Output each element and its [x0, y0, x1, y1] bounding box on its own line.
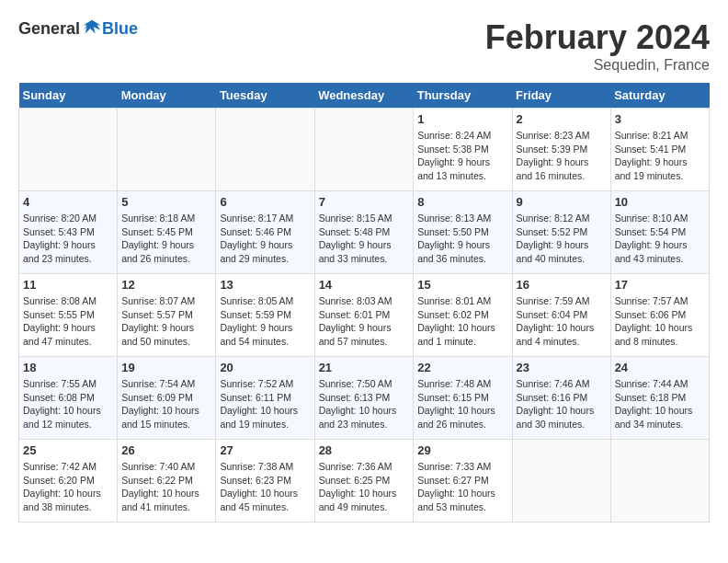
day-info: Sunrise: 8:13 AM Sunset: 5:50 PM Dayligh…: [417, 212, 507, 266]
day-info: Sunrise: 8:15 AM Sunset: 5:48 PM Dayligh…: [319, 212, 410, 266]
day-number: 10: [615, 195, 705, 209]
col-tuesday: Tuesday: [216, 83, 314, 109]
calendar-cell: 17Sunrise: 7:57 AM Sunset: 6:06 PM Dayli…: [610, 274, 709, 357]
calendar-cell: 7Sunrise: 8:15 AM Sunset: 5:48 PM Daylig…: [314, 191, 414, 274]
calendar-cell: 16Sunrise: 7:59 AM Sunset: 6:04 PM Dayli…: [512, 274, 610, 357]
day-number: 2: [517, 112, 607, 126]
calendar-cell: [216, 109, 314, 191]
logo-blue-text: Blue: [102, 19, 138, 39]
day-number: 29: [417, 443, 507, 457]
calendar-cell: 11Sunrise: 8:08 AM Sunset: 5:55 PM Dayli…: [19, 274, 118, 357]
day-info: Sunrise: 7:55 AM Sunset: 6:08 PM Dayligh…: [23, 377, 113, 431]
day-info: Sunrise: 8:24 AM Sunset: 5:38 PM Dayligh…: [417, 129, 507, 183]
day-number: 5: [121, 195, 211, 209]
calendar-cell: 20Sunrise: 7:52 AM Sunset: 6:11 PM Dayli…: [216, 357, 314, 440]
calendar-cell: 13Sunrise: 8:05 AM Sunset: 5:59 PM Dayli…: [216, 274, 314, 357]
calendar-cell: 18Sunrise: 7:55 AM Sunset: 6:08 PM Dayli…: [19, 357, 118, 440]
calendar-cell: 24Sunrise: 7:44 AM Sunset: 6:18 PM Dayli…: [610, 357, 709, 440]
day-number: 4: [23, 195, 113, 209]
calendar-cell: 10Sunrise: 8:10 AM Sunset: 5:54 PM Dayli…: [610, 191, 709, 274]
calendar-cell: 29Sunrise: 7:33 AM Sunset: 6:27 PM Dayli…: [414, 440, 512, 523]
calendar-cell: 5Sunrise: 8:18 AM Sunset: 5:45 PM Daylig…: [118, 191, 216, 274]
calendar-cell: 19Sunrise: 7:54 AM Sunset: 6:09 PM Dayli…: [118, 357, 216, 440]
col-sunday: Sunday: [19, 83, 118, 109]
day-number: 6: [220, 195, 310, 209]
day-number: 21: [319, 361, 410, 374]
day-info: Sunrise: 8:23 AM Sunset: 5:39 PM Dayligh…: [517, 129, 607, 183]
calendar-cell: 9Sunrise: 8:12 AM Sunset: 5:52 PM Daylig…: [512, 191, 610, 274]
day-info: Sunrise: 7:57 AM Sunset: 6:06 PM Dayligh…: [615, 294, 705, 349]
calendar-cell: 2Sunrise: 8:23 AM Sunset: 5:39 PM Daylig…: [512, 109, 610, 191]
day-info: Sunrise: 8:17 AM Sunset: 5:46 PM Dayligh…: [220, 212, 310, 266]
calendar-cell: 25Sunrise: 7:42 AM Sunset: 6:20 PM Dayli…: [19, 440, 118, 523]
col-wednesday: Wednesday: [314, 83, 414, 109]
calendar-cell: 8Sunrise: 8:13 AM Sunset: 5:50 PM Daylig…: [414, 191, 512, 274]
day-info: Sunrise: 8:21 AM Sunset: 5:41 PM Dayligh…: [615, 129, 705, 183]
calendar-cell: 21Sunrise: 7:50 AM Sunset: 6:13 PM Dayli…: [314, 357, 414, 440]
day-info: Sunrise: 7:54 AM Sunset: 6:09 PM Dayligh…: [121, 377, 211, 431]
day-info: Sunrise: 7:44 AM Sunset: 6:18 PM Dayligh…: [615, 377, 705, 431]
day-info: Sunrise: 8:20 AM Sunset: 5:43 PM Dayligh…: [23, 212, 113, 266]
col-saturday: Saturday: [610, 83, 709, 109]
page-header: General Blue February 2024 Sequedin, Fra…: [18, 18, 710, 74]
day-number: 17: [615, 278, 705, 292]
logo-bird-icon: [82, 18, 102, 39]
day-number: 18: [23, 361, 113, 374]
calendar-cell: 23Sunrise: 7:46 AM Sunset: 6:16 PM Dayli…: [512, 357, 610, 440]
day-info: Sunrise: 7:33 AM Sunset: 6:27 PM Dayligh…: [417, 460, 507, 514]
day-number: 13: [220, 278, 310, 292]
logo-general-text: General: [18, 19, 80, 39]
svg-marker-0: [84, 20, 100, 34]
month-year-title: February 2024: [485, 18, 710, 57]
day-number: 25: [23, 443, 113, 457]
logo: General Blue: [18, 18, 138, 39]
day-info: Sunrise: 8:12 AM Sunset: 5:52 PM Dayligh…: [517, 212, 607, 266]
day-info: Sunrise: 7:52 AM Sunset: 6:11 PM Dayligh…: [220, 377, 310, 431]
calendar-cell: 1Sunrise: 8:24 AM Sunset: 5:38 PM Daylig…: [414, 109, 512, 191]
day-number: 8: [417, 195, 507, 209]
calendar-cell: [610, 440, 709, 523]
calendar-cell: 28Sunrise: 7:36 AM Sunset: 6:25 PM Dayli…: [314, 440, 414, 523]
day-number: 12: [121, 278, 211, 292]
day-info: Sunrise: 8:01 AM Sunset: 6:02 PM Dayligh…: [417, 294, 507, 349]
calendar-cell: 3Sunrise: 8:21 AM Sunset: 5:41 PM Daylig…: [610, 109, 709, 191]
calendar-cell: 14Sunrise: 8:03 AM Sunset: 6:01 PM Dayli…: [314, 274, 414, 357]
day-number: 15: [417, 278, 507, 292]
day-number: 22: [417, 361, 507, 374]
calendar-week-row: 1Sunrise: 8:24 AM Sunset: 5:38 PM Daylig…: [19, 109, 710, 191]
calendar-body: 1Sunrise: 8:24 AM Sunset: 5:38 PM Daylig…: [19, 109, 710, 523]
calendar-table: Sunday Monday Tuesday Wednesday Thursday…: [18, 83, 710, 523]
day-number: 1: [417, 112, 507, 126]
calendar-week-row: 4Sunrise: 8:20 AM Sunset: 5:43 PM Daylig…: [19, 191, 710, 274]
day-info: Sunrise: 8:03 AM Sunset: 6:01 PM Dayligh…: [319, 294, 410, 349]
calendar-cell: 27Sunrise: 7:38 AM Sunset: 6:23 PM Dayli…: [216, 440, 314, 523]
day-number: 9: [517, 195, 607, 209]
calendar-week-row: 11Sunrise: 8:08 AM Sunset: 5:55 PM Dayli…: [19, 274, 710, 357]
day-number: 14: [319, 278, 410, 292]
day-number: 24: [615, 361, 705, 374]
day-number: 26: [121, 443, 211, 457]
title-area: February 2024 Sequedin, France: [485, 18, 710, 74]
calendar-cell: 12Sunrise: 8:07 AM Sunset: 5:57 PM Dayli…: [118, 274, 216, 357]
day-info: Sunrise: 8:07 AM Sunset: 5:57 PM Dayligh…: [121, 294, 211, 349]
day-info: Sunrise: 8:18 AM Sunset: 5:45 PM Dayligh…: [121, 212, 211, 266]
day-info: Sunrise: 7:48 AM Sunset: 6:15 PM Dayligh…: [417, 377, 507, 431]
day-number: 23: [517, 361, 607, 374]
calendar-cell: 6Sunrise: 8:17 AM Sunset: 5:46 PM Daylig…: [216, 191, 314, 274]
day-info: Sunrise: 7:38 AM Sunset: 6:23 PM Dayligh…: [220, 460, 310, 514]
day-info: Sunrise: 7:36 AM Sunset: 6:25 PM Dayligh…: [319, 460, 410, 514]
calendar-cell: [314, 109, 414, 191]
day-info: Sunrise: 8:05 AM Sunset: 5:59 PM Dayligh…: [220, 294, 310, 349]
location-subtitle: Sequedin, France: [485, 57, 710, 74]
day-number: 20: [220, 361, 310, 374]
col-friday: Friday: [512, 83, 610, 109]
calendar-header: Sunday Monday Tuesday Wednesday Thursday…: [19, 83, 710, 109]
day-number: 28: [319, 443, 410, 457]
calendar-cell: [118, 109, 216, 191]
day-number: 16: [517, 278, 607, 292]
calendar-cell: 22Sunrise: 7:48 AM Sunset: 6:15 PM Dayli…: [414, 357, 512, 440]
day-number: 7: [319, 195, 410, 209]
calendar-cell: 4Sunrise: 8:20 AM Sunset: 5:43 PM Daylig…: [19, 191, 118, 274]
calendar-cell: 15Sunrise: 8:01 AM Sunset: 6:02 PM Dayli…: [414, 274, 512, 357]
col-thursday: Thursday: [414, 83, 512, 109]
